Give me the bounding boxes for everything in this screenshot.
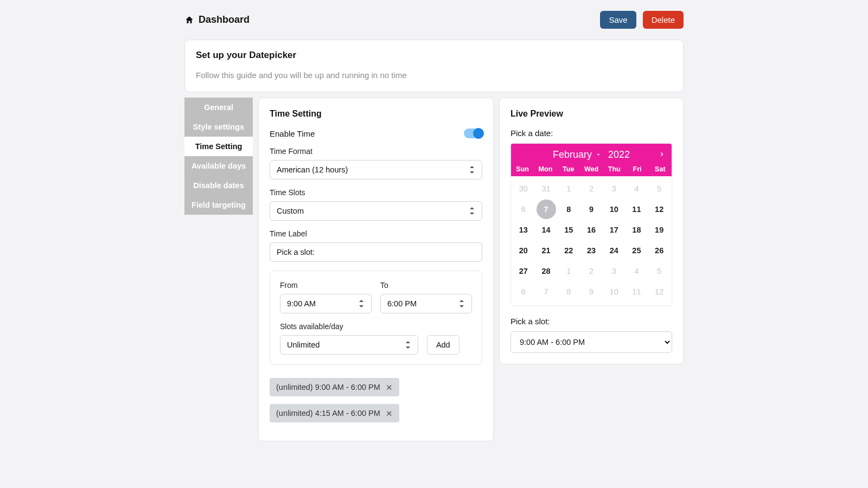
calendar-day[interactable]: 11 (626, 199, 648, 220)
time-format-label: Time Format (270, 147, 482, 156)
calendar-year[interactable]: 2022 (608, 149, 630, 160)
calendar-next-button[interactable] (659, 149, 665, 160)
calendar-day: 12 (648, 281, 671, 302)
calendar-day[interactable]: 24 (603, 240, 626, 261)
calendar-weekday: Mon (534, 165, 557, 173)
from-value: 9:00 AM (287, 299, 316, 308)
delete-button[interactable]: Delete (643, 11, 684, 29)
calendar-weekday: Sun (511, 165, 534, 173)
calendar-day: 3 (603, 178, 626, 199)
calendar-day[interactable]: 23 (580, 240, 603, 261)
slot-chip-label: (unlimited) 4:15 AM - 6:00 PM (276, 409, 380, 418)
time-format-value: American (12 hours) (277, 165, 348, 174)
slots-avail-label: Slots available/day (280, 322, 418, 331)
slot-chip-label: (unlimited) 9:00 AM - 6:00 PM (276, 383, 380, 391)
close-icon[interactable]: ✕ (386, 409, 393, 418)
calendar-day[interactable]: 8 (557, 199, 580, 220)
enable-time-label: Enable Time (270, 129, 315, 138)
settings-card: Time Setting Enable Time Time Format Ame… (258, 98, 494, 441)
close-icon[interactable]: ✕ (386, 383, 393, 391)
from-label: From (280, 281, 372, 290)
calendar-day[interactable]: 22 (557, 240, 580, 261)
slot-chip: (unlimited) 9:00 AM - 6:00 PM✕ (270, 378, 399, 396)
calendar-day[interactable]: 19 (648, 220, 671, 240)
calendar-day: 9 (580, 281, 603, 302)
calendar-month-select[interactable]: February (553, 149, 602, 160)
intro-title: Set up your Datepicker (196, 50, 672, 61)
calendar-day[interactable]: 25 (626, 240, 648, 261)
sidebar-tab-style-settings[interactable]: Style settings (184, 117, 253, 137)
calendar-day[interactable]: 16 (580, 220, 603, 240)
slots-avail-select[interactable]: Unlimited (280, 335, 418, 355)
brand[interactable]: Dashboard (184, 14, 250, 25)
calendar-weekday: Thu (603, 165, 626, 173)
calendar-day[interactable]: 20 (512, 240, 535, 261)
intro-card: Set up your Datepicker Follow this guide… (184, 40, 684, 92)
calendar-day[interactable]: 18 (626, 220, 648, 240)
calendar-day[interactable]: 15 (557, 220, 580, 240)
time-label-input[interactable] (270, 242, 482, 262)
sidebar-tab-field-targeting[interactable]: Field targeting (184, 195, 253, 215)
calendar-day: 7 (535, 281, 558, 302)
calendar-day: 6 (512, 199, 535, 220)
calendar-day: 31 (535, 178, 558, 199)
time-slots-label: Time Slots (270, 188, 482, 197)
stepper-icon (359, 300, 365, 307)
time-slots-select[interactable]: Custom (270, 201, 482, 221)
pick-slot-label: Pick a slot: (510, 317, 672, 326)
slot-chip: (unlimited) 4:15 AM - 6:00 PM✕ (270, 404, 399, 422)
sidebar-tab-available-days[interactable]: Available days (184, 156, 253, 176)
calendar-day: 5 (648, 261, 671, 281)
calendar-weekday: Sat (649, 165, 672, 173)
calendar-day[interactable]: 12 (648, 199, 671, 220)
calendar-day: 2 (580, 261, 603, 281)
calendar-day: 6 (512, 281, 535, 302)
calendar-month: February (553, 149, 592, 160)
calendar-day: 30 (512, 178, 535, 199)
home-icon (184, 15, 194, 25)
time-label-label: Time Label (270, 229, 482, 238)
brand-title: Dashboard (199, 14, 250, 25)
calendar-day[interactable]: 21 (535, 240, 558, 261)
pick-date-label: Pick a date: (510, 129, 672, 138)
to-label: To (380, 281, 472, 290)
calendar-day[interactable]: 26 (648, 240, 671, 261)
preview-title: Live Preview (510, 109, 672, 119)
save-button[interactable]: Save (600, 11, 636, 29)
calendar-day[interactable]: 13 (512, 220, 535, 240)
calendar-day[interactable]: 28 (535, 261, 558, 281)
settings-title: Time Setting (270, 109, 482, 119)
calendar-day[interactable]: 10 (603, 199, 626, 220)
calendar-day: 3 (603, 261, 626, 281)
time-format-select[interactable]: American (12 hours) (270, 160, 482, 179)
stepper-icon (470, 166, 475, 174)
calendar-day[interactable]: 9 (580, 199, 603, 220)
calendar-day[interactable]: 17 (603, 220, 626, 240)
calendar-weekday: Tue (557, 165, 580, 173)
slot-builder: From 9:00 AM To 6:00 PM (270, 271, 482, 365)
calendar-day[interactable]: 27 (512, 261, 535, 281)
slots-avail-value: Unlimited (287, 341, 320, 349)
sidebar-tab-general[interactable]: General (184, 98, 253, 117)
slot-select[interactable]: 9:00 AM - 6:00 PM (510, 331, 672, 353)
from-select[interactable]: 9:00 AM (280, 294, 372, 313)
intro-subtitle: Follow this guide and you will be up and… (196, 70, 672, 80)
sidebar-tab-disable-dates[interactable]: Disable dates (184, 176, 253, 195)
calendar-day: 5 (648, 178, 671, 199)
calendar-day: 1 (557, 178, 580, 199)
calendar-day: 11 (626, 281, 648, 302)
calendar-day: 10 (603, 281, 626, 302)
to-value: 6:00 PM (387, 299, 417, 308)
calendar-day: 4 (626, 178, 648, 199)
enable-time-toggle[interactable] (464, 129, 482, 138)
sidebar-tab-time-setting[interactable]: Time Setting (184, 137, 253, 156)
calendar-day: 8 (557, 281, 580, 302)
stepper-icon (470, 207, 475, 215)
calendar-day: 1 (557, 261, 580, 281)
calendar-day: 2 (580, 178, 603, 199)
add-slot-button[interactable]: Add (427, 335, 459, 355)
stepper-icon (459, 300, 465, 307)
calendar-day[interactable]: 7 (535, 199, 558, 220)
calendar-day[interactable]: 14 (535, 220, 558, 240)
to-select[interactable]: 6:00 PM (380, 294, 472, 313)
